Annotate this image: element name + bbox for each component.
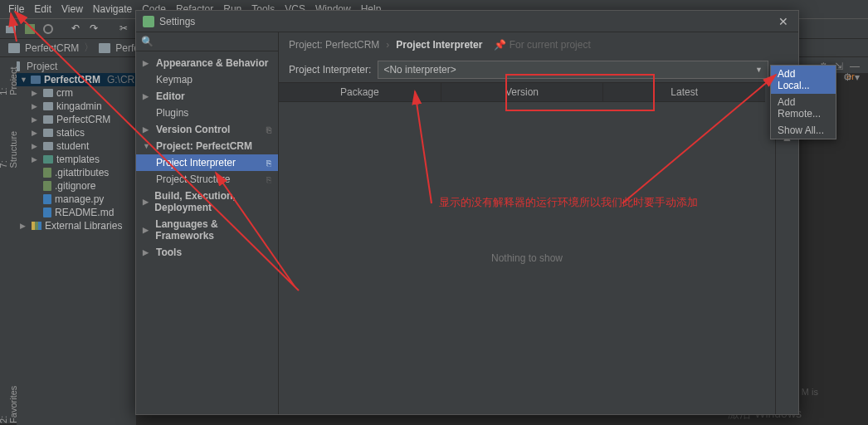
menu-add-local[interactable]: Add Local... <box>771 66 836 94</box>
tree-gitignore[interactable]: .gitignore <box>17 179 136 193</box>
col-version[interactable]: Version <box>441 83 603 101</box>
settings-project[interactable]: ▼Project: PerfectCRM <box>136 138 278 154</box>
folder-icon <box>43 155 53 164</box>
svg-point-2 <box>44 25 52 33</box>
tree-root-name: PerfectCRM <box>44 74 100 85</box>
col-latest[interactable]: Latest <box>602 83 765 101</box>
interpreter-row: Project Interpreter: <No interpreter> ▼ … <box>279 57 798 82</box>
menu-edit[interactable]: Edit <box>29 3 56 15</box>
settings-languages[interactable]: ▶Languages & Frameworks <box>136 216 278 244</box>
breadcrumb-project[interactable]: PerfectCRM <box>25 42 79 54</box>
interpreter-gear-menu: Add Local... Add Remote... Show All... <box>770 65 836 139</box>
annotation-text: 显示的没有解释器的运行环境所以我们此时要手动添加 <box>395 195 742 210</box>
folder-icon <box>43 89 53 97</box>
settings-build[interactable]: ▶Build, Execution, Deployment <box>136 188 278 216</box>
pin-icon: 📌 <box>494 39 506 51</box>
scope-badge-icon: ⎘ <box>266 159 271 168</box>
project-label: Project <box>27 61 57 72</box>
settings-vcs[interactable]: ▶Version Control⎘ <box>136 121 278 138</box>
tree-kingadmin[interactable]: ▶kingadmin <box>17 100 136 113</box>
settings-dialog: Settings ✕ 🔍 ▶Appearance & Behavior Keym… <box>135 10 799 415</box>
folder-icon <box>8 43 20 53</box>
left-tool-tabs: 1: Project 7: Structure 2: Favorites <box>0 58 17 423</box>
svg-rect-1 <box>25 24 35 34</box>
menu-add-remote[interactable]: Add Remote... <box>771 94 836 122</box>
settings-tree[interactable]: ▶Appearance & Behavior Keymap ▶Editor Pl… <box>136 51 278 414</box>
dialog-title: Settings <box>159 16 775 27</box>
file-icon <box>43 208 51 217</box>
menu-file[interactable]: File <box>3 3 29 15</box>
tree-templates[interactable]: ▶templates <box>17 153 136 166</box>
settings-project-interpreter[interactable]: Project Interpreter⎘ <box>136 154 278 171</box>
app-icon <box>143 16 154 27</box>
interpreter-label: Project Interpreter: <box>289 64 371 76</box>
undo-icon[interactable]: ↶ <box>71 22 85 36</box>
tree-gitattributes[interactable]: .gitattributes <box>17 166 136 179</box>
watermark-text2: M is <box>802 387 818 397</box>
settings-breadcrumb: Project: PerfectCRM › Project Interprete… <box>279 32 798 57</box>
settings-editor[interactable]: ▶Editor <box>136 88 278 105</box>
folder-icon <box>43 102 53 110</box>
file-icon <box>43 181 51 191</box>
folder-icon <box>43 129 53 137</box>
refresh-icon[interactable] <box>41 22 55 36</box>
interpreter-value: <No interpreter> <box>383 64 456 76</box>
crumb-interpreter[interactable]: Project Interpreter <box>396 39 482 51</box>
tab-structure[interactable]: 7: Structure <box>0 129 18 168</box>
svg-rect-0 <box>6 26 16 33</box>
folder-icon <box>31 76 41 84</box>
settings-tools[interactable]: ▶Tools <box>136 244 278 261</box>
tree-student[interactable]: ▶student <box>17 139 136 153</box>
chevron-down-icon: ▼ <box>755 66 763 74</box>
library-icon <box>32 222 41 230</box>
open-icon[interactable] <box>5 22 18 36</box>
menu-show-all[interactable]: Show All... <box>771 122 836 139</box>
tree-root[interactable]: ▼ PerfectCRM G:\CRM\Pe <box>17 73 136 86</box>
python-file-icon <box>43 194 51 204</box>
gear-icon[interactable]: ⚙ ▾ <box>843 71 860 83</box>
tab-favorites[interactable]: 2: Favorites <box>0 383 18 423</box>
settings-sidebar: 🔍 ▶Appearance & Behavior Keymap ▶Editor … <box>136 32 279 414</box>
folder-icon <box>43 142 53 150</box>
scope-badge-icon: ⎘ <box>266 125 271 134</box>
hide-icon[interactable]: — <box>850 61 860 72</box>
settings-appearance[interactable]: ▶Appearance & Behavior <box>136 55 278 71</box>
tab-project[interactable]: 1: Project <box>0 63 18 95</box>
project-tree[interactable]: ▼ PerfectCRM G:\CRM\Pe ▶crm ▶kingadmin ▶… <box>17 73 137 425</box>
tree-statics[interactable]: ▶statics <box>17 126 136 139</box>
crumb-hint: 📌 For current project <box>494 39 590 51</box>
interpreter-dropdown[interactable]: <No interpreter> ▼ <box>378 61 768 79</box>
scope-badge-icon: ⎘ <box>266 175 271 184</box>
menu-view[interactable]: View <box>56 3 88 15</box>
menu-navigate[interactable]: Navigate <box>88 3 137 15</box>
cut-icon[interactable]: ✂ <box>119 22 133 36</box>
redo-icon[interactable]: ↷ <box>90 22 103 36</box>
file-icon <box>43 168 51 178</box>
tree-perfectcrm[interactable]: ▶PerfectCRM <box>17 113 136 126</box>
settings-keymap[interactable]: Keymap <box>136 71 278 88</box>
folder-icon <box>43 115 53 124</box>
settings-project-structure[interactable]: Project Structure⎘ <box>136 171 278 188</box>
tree-readme[interactable]: README.md <box>17 206 136 219</box>
close-icon[interactable]: ✕ <box>775 15 792 28</box>
crumb-project[interactable]: Project: PerfectCRM <box>289 39 379 51</box>
tree-manage[interactable]: manage.py <box>17 193 136 206</box>
save-icon[interactable] <box>23 22 37 36</box>
settings-plugins[interactable]: Plugins <box>136 105 278 121</box>
tree-external-libraries[interactable]: ▶External Libraries <box>17 219 136 232</box>
empty-text: Nothing to show <box>491 252 563 264</box>
package-table-body: Nothing to show 显示的没有解释器的运行环境所以我们此时要手动添加 <box>279 102 775 414</box>
search-icon: 🔍 <box>141 36 154 47</box>
folder-icon <box>99 43 110 53</box>
package-table-header: Package Version Latest <box>279 82 765 102</box>
settings-content: Project: PerfectCRM › Project Interprete… <box>279 32 798 414</box>
dialog-titlebar[interactable]: Settings ✕ <box>136 11 798 32</box>
tree-root-path: G:\CRM\Pe <box>107 74 137 85</box>
col-package[interactable]: Package <box>279 83 441 101</box>
search-input[interactable] <box>157 36 281 47</box>
tree-crm[interactable]: ▶crm <box>17 86 136 100</box>
settings-search[interactable]: 🔍 <box>136 32 278 51</box>
